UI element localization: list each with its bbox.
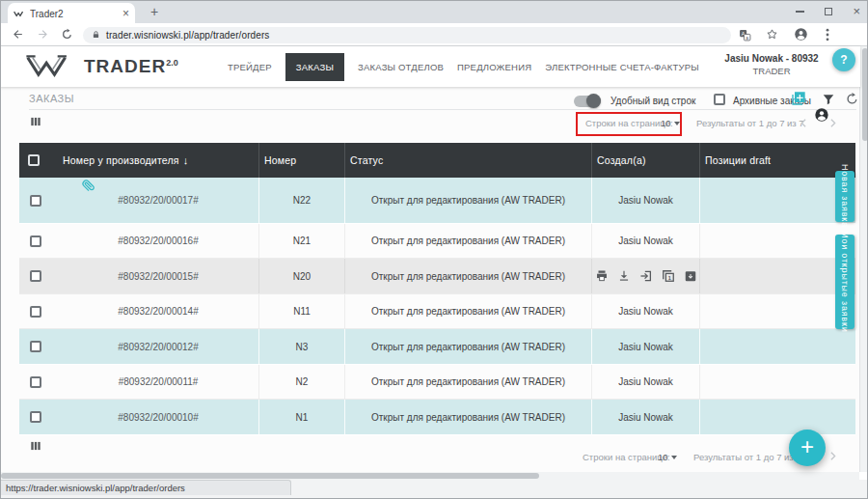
forward-icon[interactable]: [37, 28, 49, 41]
table-row[interactable]: #80932/20/00017#N22Открыт для редактиров…: [19, 178, 855, 224]
row-checkbox[interactable]: [30, 411, 41, 423]
row-checkbox[interactable]: [30, 376, 41, 388]
user-role: TRADER: [721, 66, 822, 76]
vertical-scrollbar-thumb[interactable]: [862, 48, 868, 141]
order-status: Открыт для редактирования (AW TRADER): [371, 236, 565, 246]
order-number: N1: [296, 412, 309, 423]
next-page-icon-bottom[interactable]: [827, 450, 839, 462]
order-status: Открыт для редактирования (AW TRADER): [371, 306, 565, 317]
nav-item-1[interactable]: ТРЕЙДЕР: [228, 62, 272, 72]
column-header[interactable]: Номер: [258, 143, 344, 178]
side-tab-new-order[interactable]: Новая заявка: [835, 171, 854, 222]
brand-logo-icon: [25, 54, 71, 78]
toggle-knob: [586, 94, 601, 108]
brand-logo[interactable]: TRADER2.0: [25, 54, 178, 78]
vertical-scrollbar[interactable]: [859, 46, 868, 472]
bookmark-star-icon[interactable]: [766, 28, 778, 41]
rows-per-page-label: Строки на странице:: [585, 118, 673, 128]
table-row[interactable]: #80932/20/00012#N3Открыт для редактирова…: [19, 329, 855, 365]
back-icon[interactable]: [12, 28, 24, 41]
caret-down-icon: [671, 456, 677, 459]
table-row[interactable]: #80932/20/00014#N11Открыт для редактиров…: [19, 294, 855, 329]
add-order-fab[interactable]: +: [789, 430, 826, 466]
account-icon[interactable]: [814, 107, 829, 123]
browser-tab[interactable]: Trader2 ×: [8, 3, 135, 24]
column-header[interactable]: Номер у производителя↓: [58, 143, 258, 178]
login-icon[interactable]: [639, 269, 653, 283]
svg-text:1: 1: [667, 275, 670, 281]
duplicate-icon[interactable]: 1: [662, 269, 675, 283]
duplicate-add-icon[interactable]: [791, 91, 806, 106]
row-checkbox[interactable]: [30, 341, 41, 352]
orders-table: Номер у производителя↓НомерСтатусСоздал(…: [19, 143, 855, 435]
manufacturer-number: #80932/20/00017#: [118, 195, 198, 206]
browser-profile-avatar[interactable]: [794, 27, 808, 42]
horizontal-scrollbar-thumb[interactable]: [1, 473, 539, 479]
rows-per-page-select[interactable]: 10: [661, 118, 680, 128]
order-status: Открыт для редактирования (AW TRADER): [371, 195, 565, 206]
download-icon[interactable]: [617, 269, 631, 283]
manufacturer-number: #80932/20/00012#: [118, 342, 198, 352]
manufacturer-number: #80932/20/00016#: [118, 236, 198, 246]
tab-close-icon[interactable]: ×: [122, 7, 129, 20]
column-header-label: Статус: [350, 154, 383, 166]
print-icon[interactable]: [595, 269, 609, 283]
rows-per-page-select-bottom[interactable]: 10: [658, 452, 677, 462]
nav-item-4[interactable]: ПРЕДЛОЖЕНИЯ: [457, 62, 531, 72]
table-row[interactable]: #80932/20/00016#N21Открыт для редактиров…: [19, 224, 855, 259]
rows-view-toggle[interactable]: [574, 96, 601, 107]
column-header[interactable]: Статус: [344, 143, 591, 178]
horizontal-scrollbar[interactable]: [0, 472, 859, 480]
order-number: N11: [293, 306, 311, 317]
order-status: Открыт для редактирования (AW TRADER): [371, 376, 565, 387]
window-minimize-button[interactable]: [796, 11, 804, 13]
refresh-icon[interactable]: [845, 92, 859, 106]
manufacturer-number: #80932/20/00015#: [118, 271, 198, 282]
column-header-label: Создал(а): [597, 154, 646, 166]
help-button[interactable]: ?: [832, 48, 855, 71]
select-all-checkbox[interactable]: [28, 154, 40, 166]
order-status: Открыт для редактирования (AW TRADER): [371, 271, 565, 282]
side-tab-my-open-orders[interactable]: Мои открытые заявки: [835, 235, 854, 329]
order-status: Открыт для редактирования (AW TRADER): [371, 342, 565, 352]
table-row[interactable]: #80932/20/00011#N2Открыт для редактирова…: [19, 365, 855, 400]
app-header: TRADER2.0 ТРЕЙДЕРЗАКАЗЫЗАКАЗЫ ОТДЕЛОВПРЕ…: [0, 46, 860, 87]
url-omnibox[interactable]: trader.wisniowski.pl/app/trader/orders: [83, 27, 731, 43]
browser-menu-icon[interactable]: [826, 28, 829, 42]
brand-version: 2.0: [166, 57, 178, 67]
column-settings-icon[interactable]: [29, 115, 42, 128]
nav-item-3[interactable]: ЗАКАЗЫ ОТДЕЛОВ: [358, 62, 444, 72]
manufacturer-number: #80932/20/00011#: [119, 376, 199, 387]
sort-descending-icon[interactable]: ↓: [183, 154, 189, 166]
created-by: Jasiu Nowak: [618, 342, 673, 352]
page-title: ЗАКАЗЫ: [29, 93, 74, 104]
tab-title: Trader2: [30, 9, 122, 19]
user-block[interactable]: Jasiu Nowak - 80932 TRADER: [721, 53, 822, 76]
column-header[interactable]: Позиции draft: [699, 143, 855, 178]
table-row[interactable]: #80932/20/00015#N20Открыт для редактиров…: [19, 259, 855, 294]
nav-item-5[interactable]: ЭЛЕКТРОННЫЕ СЧЕТА-ФАКТУРЫ: [545, 62, 699, 72]
column-header-label: Позиции draft: [705, 154, 771, 166]
translate-icon[interactable]: Aa: [739, 29, 751, 42]
rows-view-toggle-label: Удобный вид строк: [610, 96, 695, 106]
row-checkbox[interactable]: [30, 236, 41, 247]
window-close-button[interactable]: ×: [853, 7, 860, 16]
row-checkbox[interactable]: [30, 195, 41, 207]
column-header-label: Номер: [264, 154, 296, 166]
column-header[interactable]: Создал(а): [591, 143, 699, 178]
table-row[interactable]: #80932/20/00010#N1Открыт для редактирова…: [19, 400, 855, 435]
order-status: Открыт для редактирования (AW TRADER): [371, 412, 565, 423]
filter-icon[interactable]: [822, 93, 835, 106]
archive-orders-checkbox[interactable]: [714, 94, 725, 105]
archive-icon[interactable]: [684, 269, 697, 283]
prev-page-icon[interactable]: [798, 117, 810, 129]
column-settings-icon-bottom[interactable]: [29, 439, 42, 453]
nav-item-2[interactable]: ЗАКАЗЫ: [285, 53, 344, 81]
rows-per-page-label-bottom: Строки на странице:: [583, 452, 670, 462]
window-maximize-button[interactable]: [825, 8, 832, 15]
row-checkbox[interactable]: [30, 306, 41, 318]
order-number: N22: [293, 195, 311, 206]
row-checkbox[interactable]: [30, 270, 41, 282]
new-tab-button[interactable]: +: [147, 4, 162, 19]
reload-icon[interactable]: [61, 28, 73, 41]
